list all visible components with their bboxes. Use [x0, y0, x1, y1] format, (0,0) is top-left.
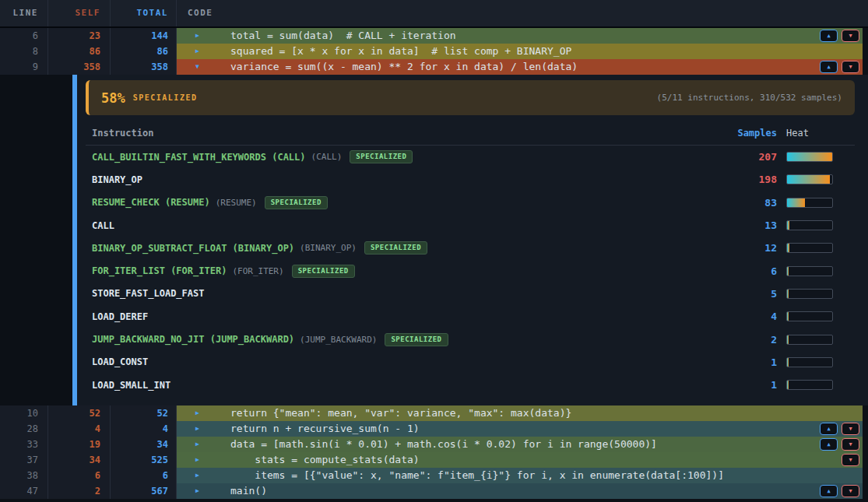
samples-count: 5	[726, 288, 777, 300]
instruction-name-group: CALL_BUILTIN_FAST_WITH_KEYWORDS (CALL)(C…	[92, 150, 726, 163]
nav-down-button[interactable]: ▼	[842, 438, 859, 451]
code-row[interactable]: 9358358▼variance = sum((x - mean) ** 2 f…	[0, 59, 868, 75]
instruction-name-group: BINARY_OP	[92, 174, 726, 185]
code-cell[interactable]: ▶main()▲▼	[177, 483, 863, 499]
code-row[interactable]: 3734525▶ stats = compute_stats(data)▼	[0, 452, 868, 468]
heat-bar-fill	[787, 290, 789, 298]
code-text: items = [{"value": x, "name": f"item_{i}…	[177, 468, 724, 483]
instruction-name: RESUME_CHECK (RESUME)	[92, 197, 210, 208]
instruction-name-group: FOR_ITER_LIST (FOR_ITER)(FOR_ITER)SPECIA…	[92, 265, 726, 278]
nav-down-button[interactable]: ▼	[842, 423, 859, 435]
nav-down-button[interactable]: ▼	[842, 61, 859, 73]
code-text: total = sum(data) # CALL + iteration	[177, 28, 456, 44]
heat-bar-fill	[787, 267, 789, 276]
self-samples-value: 52	[48, 405, 111, 421]
code-text: main()	[177, 483, 267, 499]
samples-count: 83	[726, 197, 777, 209]
code-cell[interactable]: ▶squared = [x * x for x in data] # list …	[177, 44, 863, 59]
expand-arrow-icon[interactable]: ▶	[195, 28, 199, 44]
expand-arrow-icon[interactable]: ▶	[195, 437, 199, 452]
instruction-table-header: Instruction Samples Heat	[86, 115, 868, 145]
nav-down-button[interactable]: ▼	[842, 30, 859, 42]
nav-up-button[interactable]: ▲	[820, 438, 838, 451]
collapse-arrow-icon[interactable]: ▼	[195, 59, 199, 75]
code-row[interactable]: 3866▶ items = [{"value": x, "name": f"it…	[0, 468, 868, 483]
column-header-self[interactable]: SELF	[48, 0, 111, 26]
expand-arrow-icon[interactable]: ▶	[195, 421, 199, 437]
nav-up-button[interactable]: ▲	[820, 61, 838, 73]
expand-arrow-icon[interactable]: ▶	[195, 452, 199, 468]
heat-column-header: Heat	[786, 128, 833, 139]
samples-count: 2	[726, 334, 777, 346]
row-nav-buttons: ▼	[842, 454, 859, 466]
instruction-name: FOR_ITER_LIST (FOR_ITER)	[92, 265, 227, 276]
nav-down-button[interactable]: ▼	[842, 485, 859, 497]
table-header: LINE SELF TOTAL CODE	[0, 0, 868, 28]
specialized-meta: (5/11 instructions, 310/532 samples)	[657, 93, 842, 103]
specialization-banner: 58% SPECIALIZED (5/11 instructions, 310/…	[86, 80, 855, 115]
code-cell[interactable]: ▶ items = [{"value": x, "name": f"item_{…	[177, 468, 863, 483]
line-number: 10	[0, 405, 48, 421]
heat-bar	[786, 357, 833, 367]
code-row[interactable]: 2844▶return n + recursive_sum(n - 1)▲▼	[0, 421, 868, 437]
expand-arrow-icon[interactable]: ▶	[195, 483, 199, 499]
self-samples-value: 19	[48, 437, 111, 452]
nav-up-button[interactable]: ▲	[820, 485, 838, 497]
instruction-name: BINARY_OP_SUBTRACT_FLOAT (BINARY_OP)	[92, 243, 294, 254]
heat-bar	[786, 335, 833, 345]
heat-bar-fill	[787, 381, 789, 389]
row-nav-buttons: ▲▼	[820, 438, 859, 451]
instruction-name-group: RESUME_CHECK (RESUME)(RESUME)SPECIALIZED	[92, 196, 726, 209]
samples-count: 207	[726, 151, 777, 163]
samples-count: 1	[726, 356, 777, 368]
specialized-badge: SPECIALIZED	[385, 333, 448, 346]
code-cell[interactable]: ▶total = sum(data) # CALL + iteration▲▼	[177, 28, 863, 44]
total-samples-value: 34	[111, 437, 177, 452]
code-cell[interactable]: ▶return n + recursive_sum(n - 1)▲▼	[177, 421, 863, 437]
instruction-row: STORE_FAST_LOAD_FAST5	[86, 283, 868, 305]
total-samples-value: 86	[111, 44, 177, 59]
heat-bar	[786, 311, 833, 321]
code-text: variance = sum((x - mean) ** 2 for x in …	[177, 59, 578, 75]
instruction-base-opcode: (CALL)	[311, 152, 343, 162]
code-cell[interactable]: ▶ stats = compute_stats(data)▼	[177, 452, 863, 468]
code-row[interactable]: 331934▶data = [math.sin(i * 0.01) + math…	[0, 437, 868, 452]
line-number: 6	[0, 28, 48, 44]
row-nav-buttons: ▲▼	[820, 30, 859, 42]
samples-column-header[interactable]: Samples	[726, 128, 777, 139]
code-cell[interactable]: ▼variance = sum((x - mean) ** 2 for x in…	[177, 59, 863, 75]
line-number: 38	[0, 468, 48, 483]
instruction-detail-panel: 58% SPECIALIZED (5/11 instructions, 310/…	[0, 75, 868, 405]
expand-arrow-icon[interactable]: ▶	[195, 468, 199, 483]
code-row[interactable]: 472567▶main()▲▼	[0, 483, 868, 499]
self-samples-value: 34	[48, 452, 111, 468]
nav-up-button[interactable]: ▲	[820, 30, 838, 42]
total-samples-value: 52	[111, 405, 177, 421]
specialized-badge: SPECIALIZED	[292, 265, 355, 278]
code-row[interactable]: 105252▶return {"mean": mean, "var": vari…	[0, 405, 868, 421]
self-samples-value: 4	[48, 421, 111, 437]
instruction-row: LOAD_CONST1	[86, 351, 868, 374]
instruction-name-group: LOAD_SMALL_INT	[92, 380, 726, 391]
expand-arrow-icon[interactable]: ▶	[195, 405, 199, 421]
nav-down-button[interactable]: ▼	[842, 454, 859, 466]
total-samples-value: 144	[111, 28, 177, 44]
code-row[interactable]: 623144▶total = sum(data) # CALL + iterat…	[0, 28, 868, 44]
instruction-base-opcode: (RESUME)	[216, 198, 257, 208]
samples-count: 6	[726, 265, 777, 277]
code-row[interactable]: 88686▶squared = [x * x for x in data] # …	[0, 44, 868, 59]
heat-bar-fill	[787, 358, 789, 367]
heat-bar	[786, 174, 833, 184]
instruction-row: LOAD_DEREF4	[86, 305, 868, 328]
heat-bar-fill	[787, 312, 789, 321]
instruction-detail-content: 58% SPECIALIZED (5/11 instructions, 310/…	[77, 75, 868, 405]
line-number: 47	[0, 483, 48, 499]
heat-bar	[786, 380, 833, 390]
instruction-name: LOAD_SMALL_INT	[92, 380, 170, 391]
code-cell[interactable]: ▶data = [math.sin(i * 0.01) + math.cos(i…	[177, 437, 863, 452]
column-header-line[interactable]: LINE	[0, 0, 48, 26]
code-cell[interactable]: ▶return {"mean": mean, "var": variance, …	[177, 405, 863, 421]
column-header-total[interactable]: TOTAL	[111, 0, 177, 26]
expand-arrow-icon[interactable]: ▶	[195, 44, 199, 59]
nav-up-button[interactable]: ▲	[820, 423, 838, 435]
